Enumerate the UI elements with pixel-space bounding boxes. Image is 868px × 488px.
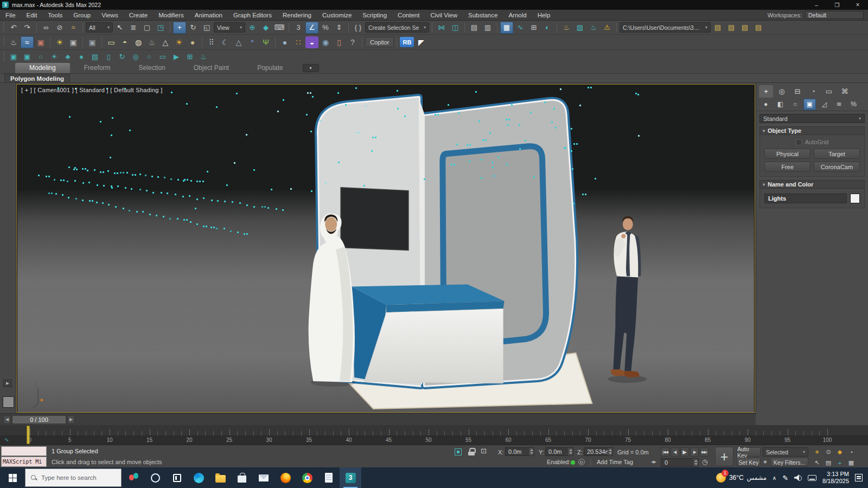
light-gizmo-dot[interactable]: [338, 162, 340, 163]
create-camera-icon[interactable]: ▣: [7, 51, 20, 63]
select-and-scale-icon[interactable]: ◱: [200, 22, 213, 34]
percent-snap-toggle-icon[interactable]: %: [319, 22, 332, 34]
scene-explorer-toggle-icon[interactable]: ▤: [468, 22, 481, 34]
light-gizmo-dot[interactable]: [183, 219, 185, 221]
helpers-category-icon[interactable]: ◿: [818, 99, 831, 110]
plane-primitive-icon[interactable]: ▭: [105, 36, 118, 48]
current-frame-marker[interactable]: [27, 426, 30, 444]
light-gizmo-dot[interactable]: [161, 192, 162, 194]
light-gizmo-dot[interactable]: [637, 94, 639, 95]
menu-scripting[interactable]: Scripting: [357, 10, 392, 21]
menu-civil-view[interactable]: Civil View: [425, 10, 463, 21]
angle-snap-toggle-icon[interactable]: ∠: [305, 22, 318, 34]
play-button[interactable]: ▶: [680, 447, 689, 457]
auto-key-button[interactable]: Auto Key: [737, 447, 761, 457]
viewport[interactable]: Z [ + ] [ Camera001 ] [ Standard ] [ Def…: [16, 84, 755, 413]
light-gizmo-dot[interactable]: [530, 112, 532, 113]
light-gizmo-dot[interactable]: [467, 144, 468, 146]
light-gizmo-dot[interactable]: [424, 178, 425, 180]
color-balls-icon[interactable]: ∷: [292, 36, 305, 48]
light-gizmo-dot[interactable]: [571, 128, 572, 130]
x-coordinate-field[interactable]: 0.0m: [505, 447, 534, 456]
light-gizmo-dot[interactable]: [203, 226, 205, 227]
light-gizmo-dot[interactable]: [115, 206, 117, 208]
palette-icon[interactable]: ◒: [305, 36, 318, 48]
shapes-category-icon[interactable]: ◧: [774, 99, 787, 110]
workspaces-dropdown[interactable]: Default: [805, 11, 864, 19]
light-gizmo-dot[interactable]: [363, 185, 365, 187]
time-configuration-clock-icon[interactable]: ◷: [702, 458, 707, 466]
mini-curve-editor-icon[interactable]: ∿: [4, 436, 9, 442]
light-gizmo-dot[interactable]: [75, 198, 77, 200]
keyboard-shortcut-override-icon[interactable]: ⌨: [273, 22, 286, 34]
light-gizmo-dot[interactable]: [234, 162, 235, 164]
cameras-category-icon[interactable]: ▣: [803, 99, 816, 110]
toolbar-drag-handle[interactable]: [2, 52, 5, 62]
previous-frame-arrow[interactable]: ◀: [3, 415, 11, 424]
light-gizmo-dot[interactable]: [519, 148, 521, 150]
light-gizmo-dot[interactable]: [475, 91, 477, 93]
open-scene-folder-icon[interactable]: ▤: [725, 22, 738, 34]
modify-tab-icon[interactable]: ◎: [775, 85, 789, 98]
add-camera-icon[interactable]: ▣: [21, 51, 34, 63]
ribbon-tab-populate[interactable]: Populate: [243, 63, 297, 73]
rendered-frame-window-icon[interactable]: ▨: [573, 22, 586, 34]
light-gizmo-dot[interactable]: [572, 168, 573, 170]
d-indicator-icon[interactable]: D: [578, 459, 585, 465]
viewport-label[interactable]: [ + ] [ Camera001 ] [ Standard ] [ Defau…: [21, 87, 163, 93]
reference-coordinate-system-dropdown[interactable]: View▾: [214, 22, 245, 33]
white-pointer-icon[interactable]: ◤: [414, 36, 427, 48]
time-configuration-icon[interactable]: ◔: [847, 448, 856, 456]
light-gizmo-dot[interactable]: [544, 101, 546, 103]
hierarchy-tab-icon[interactable]: ⊟: [790, 85, 805, 98]
ribbon-tab-modeling[interactable]: Modeling: [15, 63, 70, 73]
cutout-person-icon[interactable]: ▯: [102, 51, 115, 63]
select-by-name-icon[interactable]: ≣: [127, 22, 140, 34]
light-gizmo-dot[interactable]: [46, 176, 47, 177]
project-folder-dropdown[interactable]: C:\Users\User\Documents\3ds Max 2022▾: [620, 22, 711, 33]
light-gizmo-dot[interactable]: [69, 116, 71, 118]
object-type-button-free[interactable]: Free: [764, 162, 810, 172]
light-gizmo-dot[interactable]: [216, 228, 218, 229]
material-ball-icon[interactable]: ●: [278, 36, 291, 48]
taskbar-firefox-button[interactable]: [275, 467, 296, 488]
select-and-link-icon[interactable]: ∞: [40, 22, 53, 34]
track-bar[interactable]: 0510152025303540455055606570758085909510…: [0, 425, 868, 445]
close-button[interactable]: ×: [847, 0, 868, 10]
light-gizmo-dot[interactable]: [196, 198, 198, 200]
light-gizmo-dot[interactable]: [94, 169, 95, 171]
light-gizmo-dot[interactable]: [519, 124, 520, 126]
object-type-button-target[interactable]: Target: [814, 149, 860, 159]
touch-keyboard-icon[interactable]: [808, 475, 816, 481]
light-gizmo-dot[interactable]: [190, 180, 192, 182]
light-gizmo-dot[interactable]: [236, 93, 238, 94]
light-gizmo-dot[interactable]: [103, 185, 105, 187]
light-gizmo-dot[interactable]: [507, 124, 509, 126]
selected-sphere-icon[interactable]: ◉: [319, 36, 332, 48]
menu-modifiers[interactable]: Modifiers: [153, 10, 189, 21]
spinner-icon[interactable]: [608, 448, 612, 455]
light-gizmo-dot[interactable]: [246, 204, 248, 206]
light-gizmo-dot[interactable]: [451, 164, 452, 165]
light-gizmo-dot[interactable]: [203, 197, 205, 199]
light-gizmo-dot[interactable]: [125, 187, 126, 189]
light-gizmo-dot[interactable]: [102, 202, 104, 204]
camera-lister-icon[interactable]: ▣: [67, 36, 80, 48]
rb-button[interactable]: RB: [400, 37, 414, 47]
light-gizmo-dot[interactable]: [110, 157, 111, 158]
light-gizmo-dot[interactable]: [573, 143, 575, 145]
forest-objects-icon[interactable]: ♣: [61, 51, 74, 63]
light-gizmo-dot[interactable]: [156, 215, 157, 216]
render-warning-icon[interactable]: ⚠: [601, 22, 614, 34]
z-coordinate-field[interactable]: 20.534m: [584, 447, 613, 456]
absolute-mode-icon[interactable]: ⊡: [481, 447, 487, 455]
light-gizmo-dot[interactable]: [54, 179, 55, 181]
menu-content[interactable]: Content: [392, 10, 425, 21]
physical-camera-icon[interactable]: ▣: [86, 36, 99, 48]
light-gizmo-dot[interactable]: [157, 176, 159, 178]
light-gizmo-dot[interactable]: [224, 201, 226, 202]
pointer-mode-icon[interactable]: ↖: [813, 459, 821, 467]
light-gizmo-dot[interactable]: [397, 90, 398, 92]
display-tab-icon[interactable]: ▭: [822, 85, 836, 98]
light-gizmo-dot[interactable]: [506, 119, 507, 120]
